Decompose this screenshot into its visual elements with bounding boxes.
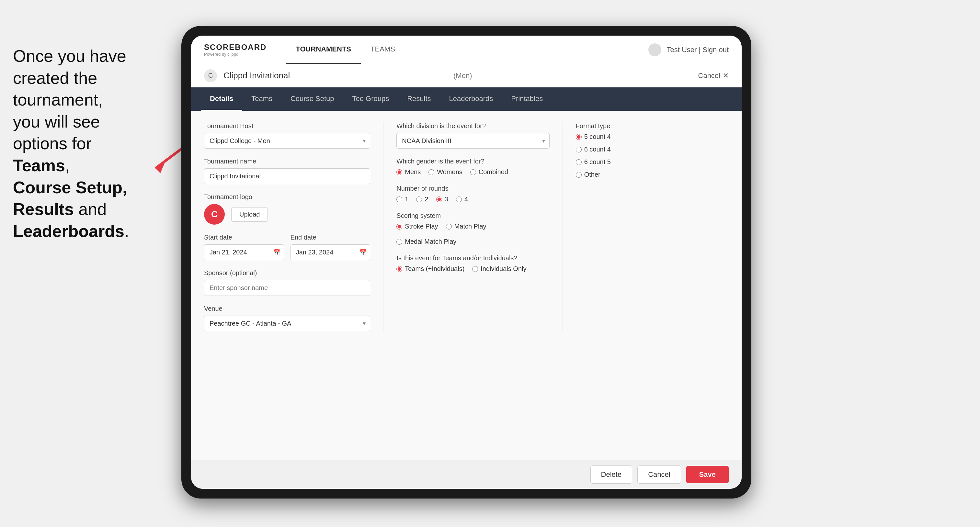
end-date-input[interactable] bbox=[291, 244, 371, 260]
host-select[interactable]: Clippd College - Men bbox=[204, 133, 370, 149]
format-radio-group: 5 count 4 6 count 4 6 count 5 bbox=[576, 133, 729, 178]
upload-button[interactable]: Upload bbox=[231, 207, 268, 222]
start-date-input[interactable] bbox=[204, 244, 284, 260]
rounds-2-radio[interactable] bbox=[416, 197, 422, 202]
form-section-middle: Which division is the event for? NCAA Di… bbox=[383, 122, 549, 331]
end-date-group: End date 📅 bbox=[291, 234, 371, 260]
tab-bar: Details Teams Course Setup Tee Groups Re… bbox=[191, 87, 741, 111]
instruction-leaderboards: Leaderboards bbox=[13, 222, 124, 241]
user-sign-out[interactable]: Test User | Sign out bbox=[667, 46, 729, 54]
cancel-button-bottom[interactable]: Cancel bbox=[637, 465, 681, 484]
end-date-calendar-icon: 📅 bbox=[359, 249, 366, 256]
gender-combined-radio[interactable] bbox=[470, 169, 476, 175]
gender-group: Which gender is the event for? Mens Wome… bbox=[396, 158, 549, 176]
individuals-only-radio[interactable] bbox=[472, 266, 478, 272]
scoring-stroke-play[interactable]: Stroke Play bbox=[396, 223, 438, 230]
instruction-line2: created the bbox=[13, 68, 97, 87]
gender-womens[interactable]: Womens bbox=[428, 168, 463, 176]
back-button[interactable]: C bbox=[204, 69, 217, 82]
start-date-calendar-icon: 📅 bbox=[273, 249, 280, 256]
gender-womens-radio[interactable] bbox=[428, 169, 434, 175]
individuals-only[interactable]: Individuals Only bbox=[472, 265, 526, 273]
host-group: Tournament Host Clippd College - Men bbox=[204, 122, 370, 149]
breadcrumb-tournament-name: Clippd Invitational bbox=[223, 71, 450, 81]
venue-select-wrapper: Peachtree GC - Atlanta - GA bbox=[204, 316, 370, 331]
rounds-1[interactable]: 1 bbox=[396, 195, 408, 203]
delete-button[interactable]: Delete bbox=[590, 465, 633, 484]
sponsor-label: Sponsor (optional) bbox=[204, 269, 370, 277]
format-6count5-radio[interactable] bbox=[576, 159, 582, 165]
logo-label: Tournament logo bbox=[204, 193, 370, 201]
scoring-medal-match-play[interactable]: Medal Match Play bbox=[396, 238, 456, 245]
sponsor-input[interactable] bbox=[204, 280, 370, 296]
tab-printables[interactable]: Printables bbox=[502, 87, 552, 111]
form-section-left: Tournament Host Clippd College - Men Tou… bbox=[204, 122, 370, 331]
instruction-teams: Teams bbox=[13, 156, 65, 175]
rounds-label: Number of rounds bbox=[396, 185, 549, 192]
scoring-match-play[interactable]: Match Play bbox=[446, 223, 487, 230]
logo-subtitle: Powered by clippd bbox=[204, 52, 267, 57]
format-other-radio[interactable] bbox=[576, 172, 582, 178]
format-6count4[interactable]: 6 count 4 bbox=[576, 146, 729, 153]
format-6count5[interactable]: 6 count 5 bbox=[576, 158, 729, 166]
rounds-3-radio[interactable] bbox=[436, 197, 442, 202]
teams-plus-individuals[interactable]: Teams (+Individuals) bbox=[396, 265, 465, 273]
division-select-wrapper: NCAA Division III bbox=[396, 133, 549, 149]
tab-course-setup[interactable]: Course Setup bbox=[282, 87, 343, 111]
name-label: Tournament name bbox=[204, 158, 370, 165]
venue-group: Venue Peachtree GC - Atlanta - GA bbox=[204, 305, 370, 331]
rounds-4[interactable]: 4 bbox=[456, 195, 468, 203]
format-group: Format type 5 count 4 6 count 4 bbox=[576, 122, 729, 178]
scoring-label: Scoring system bbox=[396, 212, 549, 219]
end-date-wrapper: 📅 bbox=[291, 244, 371, 260]
tab-leaderboards[interactable]: Leaderboards bbox=[440, 87, 502, 111]
main-content: Tournament Host Clippd College - Men Tou… bbox=[191, 111, 741, 460]
end-date-label: End date bbox=[291, 234, 371, 241]
user-area: Test User | Sign out bbox=[648, 43, 729, 56]
gender-combined[interactable]: Combined bbox=[470, 168, 508, 176]
tab-details[interactable]: Details bbox=[201, 87, 242, 111]
rounds-1-radio[interactable] bbox=[396, 197, 402, 202]
logo-title: SCOREBOARD bbox=[204, 43, 267, 52]
scoring-group: Scoring system Stroke Play Match Play bbox=[396, 212, 549, 245]
gender-mens-radio[interactable] bbox=[396, 169, 402, 175]
teams-radio-group: Teams (+Individuals) Individuals Only bbox=[396, 265, 549, 273]
tablet-screen: SCOREBOARD Powered by clippd TOURNAMENTS… bbox=[191, 36, 741, 489]
scoring-match-play-radio[interactable] bbox=[446, 224, 452, 230]
teams-plus-individuals-radio[interactable] bbox=[396, 266, 402, 272]
division-select[interactable]: NCAA Division III bbox=[396, 133, 549, 149]
name-input[interactable] bbox=[204, 168, 370, 184]
save-button[interactable]: Save bbox=[686, 466, 729, 483]
instruction-line5: options for bbox=[13, 134, 92, 153]
start-date-group: Start date 📅 bbox=[204, 234, 284, 260]
format-5count4-radio[interactable] bbox=[576, 134, 582, 140]
logo-group: Tournament logo C Upload bbox=[204, 193, 370, 225]
sponsor-group: Sponsor (optional) bbox=[204, 269, 370, 296]
instruction-course-setup: Course Setup, bbox=[13, 178, 127, 197]
tablet-frame: SCOREBOARD Powered by clippd TOURNAMENTS… bbox=[181, 26, 751, 498]
venue-select[interactable]: Peachtree GC - Atlanta - GA bbox=[204, 316, 370, 331]
nav-teams[interactable]: TEAMS bbox=[361, 36, 405, 64]
cancel-button-top[interactable]: Cancel ✕ bbox=[698, 71, 729, 80]
scoring-medal-match-play-radio[interactable] bbox=[396, 239, 402, 245]
tab-results[interactable]: Results bbox=[398, 87, 440, 111]
action-bar: Delete Cancel Save bbox=[191, 460, 741, 489]
rounds-2[interactable]: 2 bbox=[416, 195, 428, 203]
scoring-stroke-play-radio[interactable] bbox=[396, 224, 402, 230]
gender-mens[interactable]: Mens bbox=[396, 168, 421, 176]
format-5count4[interactable]: 5 count 4 bbox=[576, 133, 729, 140]
date-row: Start date 📅 End date 📅 bbox=[204, 234, 370, 260]
venue-label: Venue bbox=[204, 305, 370, 313]
rounds-4-radio[interactable] bbox=[456, 197, 462, 202]
nav-tournaments[interactable]: TOURNAMENTS bbox=[286, 36, 361, 64]
format-other[interactable]: Other bbox=[576, 171, 729, 178]
tab-teams[interactable]: Teams bbox=[242, 87, 282, 111]
host-select-wrapper: Clippd College - Men bbox=[204, 133, 370, 149]
breadcrumb-badge: (Men) bbox=[453, 71, 472, 80]
teams-label: Is this event for Teams and/or Individua… bbox=[396, 254, 549, 262]
scoring-radio-group: Stroke Play Match Play Medal Match Play bbox=[396, 223, 549, 245]
format-6count4-radio[interactable] bbox=[576, 147, 582, 152]
tab-tee-groups[interactable]: Tee Groups bbox=[343, 87, 398, 111]
host-label: Tournament Host bbox=[204, 122, 370, 130]
rounds-3[interactable]: 3 bbox=[436, 195, 448, 203]
